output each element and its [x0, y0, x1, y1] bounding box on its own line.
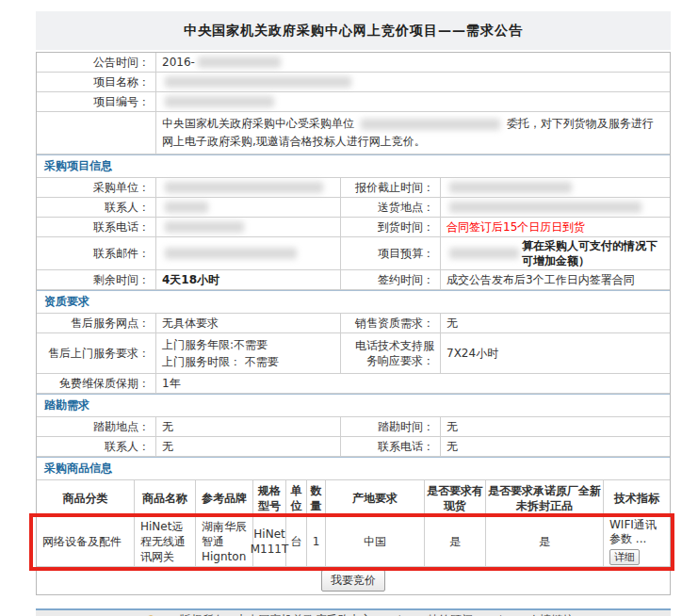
phone-support-label: 电话技术支持服务响应要求：: [341, 333, 441, 373]
quote-deadline-label: 报价截止时间：: [341, 178, 441, 197]
footer: 政府采购 版权所有：中央国家机关政府采购中心 ｜ 特约顾问 ｜ 友情链接 京IC…: [36, 608, 671, 616]
redacted-quote-deadline: [449, 182, 572, 193]
redacted-budget: [449, 248, 519, 259]
bid-row: 我要竞价: [37, 567, 670, 594]
product-row: 网络设备及配件 HiNet远程无线通讯网关 湖南华辰智通Hignton HiNe…: [37, 517, 670, 567]
product-in-stock: 是: [425, 517, 486, 566]
row-email: 联系邮件： 项目预算： 算在采购人可支付的情况下可增加金额）: [37, 237, 670, 270]
row-warranty: 免费维保质保期： 1年: [37, 374, 670, 394]
product-brand-new: 是: [486, 517, 604, 566]
survey-phone-value: 无: [441, 437, 670, 456]
redacted-purchaser: [361, 119, 500, 130]
product-brand: 湖南华辰智通Hignton: [196, 517, 253, 566]
service-outlet-label: 售后服务网点：: [37, 314, 156, 332]
warranty-label: 免费维保质保期：: [37, 374, 156, 393]
redacted-delivery-place: [449, 202, 641, 213]
onsite-service-line2: 上门服务时限： 不需要: [162, 353, 334, 370]
purchase-unit-label: 采购单位：: [37, 178, 156, 197]
survey-contact-value: 无: [156, 437, 341, 456]
col-unit: 单位: [286, 480, 307, 516]
product-model: HiNet M111T: [253, 517, 286, 566]
product-unit: 台: [286, 517, 307, 566]
phone-support-value: 7X24小时: [441, 333, 670, 373]
phone-label: 联系电话：: [37, 218, 156, 236]
description-text: 中央国家机关政府采购中心受采购单位 委托，对下列货物及服务进行网上电子政府采购,…: [156, 112, 670, 154]
row-survey-contact: 联系人： 无 联系电话： 无: [37, 437, 670, 457]
onsite-service-label: 售后上门服务要求：: [37, 333, 156, 373]
row-service-outlet: 售后服务网点： 无具体要求 销售资质需求： 无: [37, 314, 670, 333]
product-name: HiNet远程无线通讯网关: [135, 517, 196, 566]
col-brand: 参考品牌: [196, 480, 253, 516]
col-tech-spec: 技术指标: [604, 480, 670, 516]
product-tech-spec: WIFI通讯参数 ...: [609, 518, 664, 546]
project-name-value: [156, 73, 670, 91]
survey-place-value: 无: [156, 417, 341, 436]
description-label-empty: [37, 112, 156, 154]
product-row-wrap: 网络设备及配件 HiNet远程无线通讯网关 湖南华辰智通Hignton HiNe…: [37, 517, 670, 567]
row-project-name: 项目名称：: [37, 73, 670, 92]
sign-time-value: 成交公告发布后3个工作日内签署合同: [441, 270, 670, 289]
bid-button[interactable]: 我要竞价: [321, 570, 385, 592]
budget-label: 项目预算：: [341, 237, 441, 269]
row-project-number: 项目编号：: [37, 92, 670, 112]
detail-button[interactable]: 详细: [609, 549, 640, 565]
row-remaining-time: 剩余时间： 4天18小时 签约时间： 成交公告发布后3个工作日内签署合同: [37, 270, 670, 290]
col-category: 商品分类: [37, 480, 135, 516]
redacted-project-name: [165, 76, 351, 88]
project-number-label: 项目编号：: [37, 92, 156, 111]
description-prefix: 中央国家机关政府采购中心受采购单位: [162, 117, 354, 130]
section-project-info: 采购项目信息: [37, 154, 670, 178]
quote-deadline-value: [441, 178, 670, 197]
row-purchase-unit: 采购单位： 报价截止时间：: [37, 178, 670, 198]
footer-text: 版权所有：中央国家机关政府采购中心 ｜ 特约顾问 ｜ 友情链接 京ICP备050…: [180, 612, 575, 616]
announce-time-value: 2016-: [156, 53, 670, 72]
product-tech-spec-cell: WIFI通讯参数 ... 详细: [604, 517, 670, 566]
sign-time-label: 签约时间：: [341, 270, 441, 289]
row-contact: 联系人： 送货地点：: [37, 198, 670, 218]
survey-contact-label: 联系人：: [37, 437, 156, 456]
section-products: 采购商品信息: [37, 457, 670, 480]
row-phone: 联系电话： 到货时间： 合同签订后15个日历日到货: [37, 218, 670, 237]
col-model: 规格型号: [253, 480, 286, 516]
contact-label: 联系人：: [37, 198, 156, 217]
survey-phone-label: 联系电话：: [341, 437, 441, 456]
project-name-label: 项目名称：: [37, 73, 156, 91]
arrival-value: 合同签订后15个日历日到货: [441, 218, 670, 236]
sales-qualification-label: 销售资质需求：: [341, 314, 441, 332]
col-brand-new: 是否要求承诺原厂全新未拆封正品: [486, 480, 604, 516]
section-survey: 踏勘需求: [37, 394, 670, 417]
col-origin: 产地要求: [326, 480, 425, 516]
warranty-value: 1年: [156, 374, 670, 393]
survey-time-value: 无: [441, 417, 670, 436]
budget-visible-text: 算在采购人可支付的情况下可增加金额）: [522, 238, 664, 268]
survey-time-label: 踏勘时间：: [341, 417, 441, 436]
redacted-phone: [165, 221, 244, 233]
page-title: 中央国家机关政府采购中心网上竞价项目——需求公告: [36, 11, 671, 50]
redacted-project-number: [165, 96, 274, 107]
remaining-time-value: 4天18小时: [156, 270, 341, 289]
contact-value: [156, 198, 341, 217]
project-number-value: [156, 92, 670, 111]
col-name: 商品名称: [135, 480, 196, 516]
phone-value: [156, 218, 341, 236]
product-category: 网络设备及配件: [37, 517, 135, 566]
survey-place-label: 踏勘地点：: [37, 417, 156, 436]
onsite-service-value: 上门服务年限:不需要 上门服务时限： 不需要: [156, 333, 341, 373]
announce-time-prefix: 2016-: [162, 55, 195, 70]
onsite-service-line1: 上门服务年限:不需要: [162, 336, 334, 353]
email-label: 联系邮件：: [37, 237, 156, 269]
col-in-stock: 是否要求有现货: [425, 480, 486, 516]
redacted-email: [165, 248, 297, 259]
redacted-announce-time: [198, 57, 281, 68]
sales-qualification-value: 无: [441, 314, 670, 332]
arrival-label: 到货时间：: [341, 218, 441, 236]
delivery-place-label: 送货地点：: [341, 198, 441, 217]
purchase-unit-value: [156, 178, 341, 197]
announce-time-label: 公告时间：: [37, 53, 156, 72]
row-onsite-service: 售后上门服务要求： 上门服务年限:不需要 上门服务时限： 不需要 电话技术支持服…: [37, 333, 670, 374]
row-survey-place: 踏勘地点： 无 踏勘时间： 无: [37, 417, 670, 437]
row-announce-time: 公告时间： 2016-: [37, 53, 670, 73]
remaining-time-label: 剩余时间：: [37, 270, 156, 289]
products-header-row: 商品分类 商品名称 参考品牌 规格型号 单位 数量 产地要求 是否要求有现货 是…: [37, 480, 670, 517]
product-origin: 中国: [326, 517, 425, 566]
